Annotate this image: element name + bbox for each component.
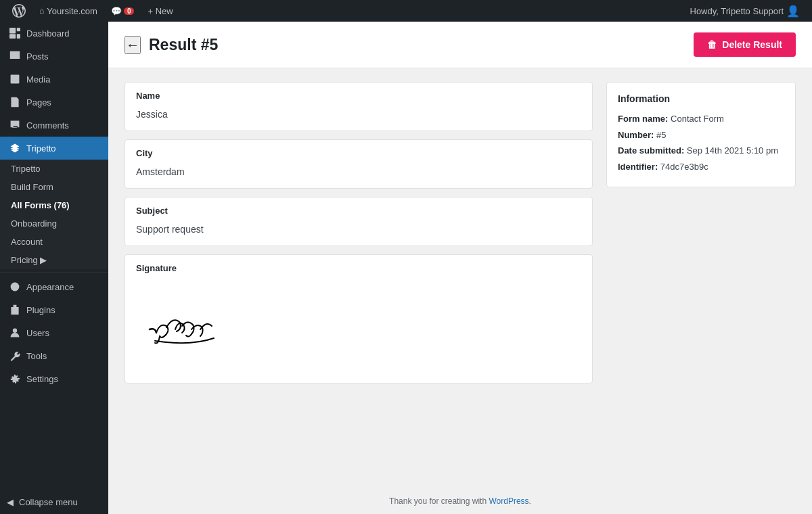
- wp-logo-item[interactable]: [5, 0, 32, 22]
- footer-text: Thank you for creating with: [389, 496, 489, 506]
- user-greeting-text: Howdy, Tripetto Support: [690, 6, 784, 16]
- submenu-pricing-label: Pricing ▶: [11, 255, 47, 265]
- sidebar-dashboard-label: Dashboard: [26, 28, 70, 39]
- form-name-value: Contact Form: [671, 114, 724, 124]
- appearance-icon: [9, 281, 21, 293]
- signature-canvas: [125, 279, 592, 383]
- submenu-pricing[interactable]: Pricing ▶: [0, 251, 108, 269]
- info-number: Number: #5: [618, 128, 784, 142]
- sidebar-item-tripetto[interactable]: Tripetto: [0, 137, 108, 160]
- submenu-all-forms-label: All Forms (76): [11, 200, 70, 210]
- sidebar-item-appearance[interactable]: Appearance: [0, 275, 108, 298]
- info-form-name: Form name: Contact Form: [618, 112, 784, 126]
- submenu-build-form[interactable]: Build Form: [0, 178, 108, 196]
- date-value: Sep 14th 2021 5:10 pm: [687, 145, 778, 156]
- submenu-tripetto-label: Tripetto: [11, 164, 41, 174]
- new-item[interactable]: + New: [141, 0, 179, 22]
- sidebar-divider-1: [0, 272, 108, 273]
- field-label-city: City: [125, 140, 592, 164]
- new-label: + New: [148, 6, 173, 16]
- sidebar-plugins-label: Plugins: [26, 305, 55, 315]
- sidebar-item-media[interactable]: Media: [0, 68, 108, 91]
- date-label: Date submitted:: [618, 145, 684, 156]
- site-name: Yoursite.com: [47, 6, 97, 16]
- dashboard-icon: [9, 27, 21, 39]
- sidebar-tripetto-label: Tripetto: [26, 143, 56, 154]
- footer: Thank you for creating with WordPress.: [108, 488, 812, 514]
- pages-icon: [9, 96, 21, 108]
- info-panel: Information Form name: Contact Form Numb…: [606, 82, 796, 475]
- submenu-account[interactable]: Account: [0, 233, 108, 251]
- content-area: Name Jessica City Amsterdam Subject Supp…: [108, 68, 812, 488]
- back-arrow-icon: ←: [126, 37, 139, 53]
- media-icon: [9, 73, 21, 85]
- tripetto-icon: [9, 142, 21, 154]
- back-button[interactable]: ←: [125, 36, 141, 54]
- collapse-menu-btn[interactable]: ◀ Collapse menu: [0, 490, 108, 514]
- sidebar-settings-label: Settings: [26, 374, 58, 384]
- comments-item[interactable]: 💬 0: [104, 0, 141, 22]
- sidebar-item-plugins[interactable]: Plugins: [0, 298, 108, 321]
- sidebar-item-dashboard[interactable]: Dashboard: [0, 22, 108, 45]
- settings-icon: [9, 373, 21, 385]
- sidebar-tools-label: Tools: [26, 351, 47, 361]
- main-content: ← Result #5 🗑 Delete Result Name Jessica: [108, 22, 812, 514]
- sidebar-users-label: Users: [26, 328, 49, 338]
- info-title: Information: [618, 93, 784, 104]
- sidebar-item-users[interactable]: Users: [0, 321, 108, 344]
- info-identifier: Identifier: 74dc7e3b9c: [618, 160, 784, 174]
- delete-btn-label: Delete Result: [722, 39, 782, 50]
- sidebar-media-label: Media: [26, 74, 50, 85]
- identifier-label: Identifier:: [618, 162, 658, 172]
- sidebar-comments-label: Comments: [26, 120, 69, 131]
- users-icon: [9, 327, 21, 339]
- field-card-city: City Amsterdam: [125, 139, 593, 189]
- submenu-onboarding[interactable]: Onboarding: [0, 214, 108, 233]
- info-card: Information Form name: Contact Form Numb…: [606, 82, 796, 187]
- sidebar-item-comments[interactable]: Comments: [0, 114, 108, 137]
- signature-image: [136, 285, 271, 367]
- page-header: ← Result #5 🗑 Delete Result: [108, 22, 812, 68]
- comments-icon: 💬: [111, 6, 122, 16]
- field-card-name: Name Jessica: [125, 82, 593, 131]
- user-greeting[interactable]: Howdy, Tripetto Support 👤: [683, 5, 807, 18]
- form-fields: Name Jessica City Amsterdam Subject Supp…: [125, 82, 593, 475]
- submenu-build-form-label: Build Form: [11, 182, 53, 192]
- field-card-subject: Subject Support request: [125, 197, 593, 246]
- sidebar-item-posts[interactable]: Posts: [0, 45, 108, 68]
- tripetto-submenu: Tripetto Build Form All Forms (76) Onboa…: [0, 160, 108, 269]
- wp-logo-icon: [12, 4, 26, 18]
- field-value-subject: Support request: [125, 221, 592, 246]
- tools-icon: [9, 350, 21, 362]
- sidebar-item-pages[interactable]: Pages: [0, 91, 108, 114]
- field-label-subject: Subject: [125, 197, 592, 221]
- trash-icon: 🗑: [707, 39, 717, 50]
- submenu-all-forms[interactable]: All Forms (76): [0, 196, 108, 214]
- sidebar-pages-label: Pages: [26, 97, 51, 108]
- sidebar-appearance-label: Appearance: [26, 282, 74, 292]
- field-value-city: Amsterdam: [125, 164, 592, 188]
- field-card-signature: Signature: [125, 254, 593, 383]
- delete-result-button[interactable]: 🗑 Delete Result: [694, 32, 796, 57]
- collapse-label: Collapse menu: [19, 497, 78, 507]
- comments-sidebar-icon: [9, 119, 21, 131]
- comments-count: 0: [124, 7, 135, 15]
- page-title: Result #5: [149, 36, 218, 54]
- submenu-tripetto[interactable]: Tripetto: [0, 160, 108, 178]
- sidebar-posts-label: Posts: [26, 51, 49, 62]
- footer-link[interactable]: WordPress: [489, 496, 528, 506]
- sidebar-item-settings[interactable]: Settings: [0, 367, 108, 390]
- field-label-name: Name: [125, 83, 592, 106]
- posts-icon: [9, 50, 21, 62]
- site-name-item[interactable]: ⌂ Yoursite.com: [32, 0, 104, 22]
- sidebar: Dashboard Posts Media Pages Comments: [0, 22, 108, 514]
- plugins-icon: [9, 304, 21, 316]
- submenu-onboarding-label: Onboarding: [11, 218, 57, 229]
- user-avatar-icon: 👤: [786, 5, 800, 18]
- number-label: Number:: [618, 130, 654, 140]
- page-header-left: ← Result #5: [125, 36, 218, 54]
- identifier-value: 74dc7e3b9c: [660, 162, 708, 172]
- svg-point-2: [13, 329, 17, 333]
- sidebar-item-tools[interactable]: Tools: [0, 344, 108, 367]
- field-label-signature: Signature: [125, 255, 592, 279]
